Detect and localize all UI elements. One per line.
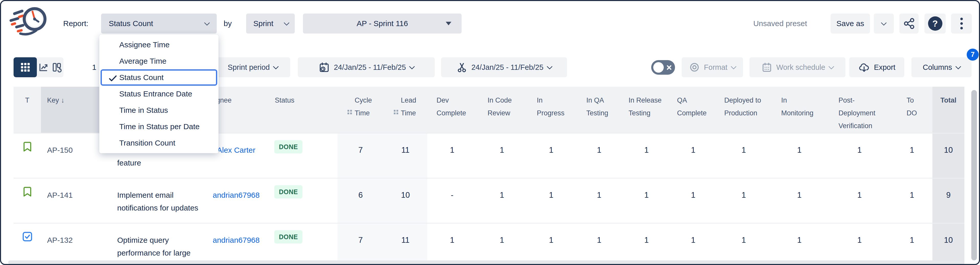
- export-cloud-download-icon: [858, 62, 870, 73]
- column-header-in-progress[interactable]: In Progress: [527, 87, 576, 133]
- group-by-select[interactable]: Sprint: [246, 14, 295, 33]
- total-value: 9: [932, 179, 964, 223]
- chevron-down-icon: [955, 64, 961, 70]
- table-view-button[interactable]: [14, 57, 37, 77]
- drag-handle-icon: [393, 109, 399, 117]
- column-header-label: Lead Time: [401, 94, 418, 133]
- sprint-period-select[interactable]: Sprint period: [215, 57, 290, 77]
- work-schedule-label: Work schedule: [776, 63, 825, 71]
- column-header-qa-complete[interactable]: QA Complete: [670, 87, 716, 133]
- status-count-value-in-monitoring: 1: [771, 179, 827, 223]
- menu-item-transition-count[interactable]: Transition Count: [99, 135, 218, 151]
- save-options-button[interactable]: [874, 14, 894, 33]
- issue-summary[interactable]: Implement email notifications for update…: [113, 179, 201, 223]
- lead-time-value: 11: [383, 133, 427, 178]
- issue-assignee[interactable]: andrian67968: [201, 179, 271, 223]
- status-count-value-in-qa-testing: 1: [576, 179, 623, 223]
- columns-label: Columns: [923, 63, 952, 71]
- status-count-value-deployed-to-production: 1: [716, 179, 771, 223]
- toggle-knob-icon: [653, 62, 664, 73]
- sprint-select[interactable]: AP - Sprint 116: [303, 14, 461, 33]
- share-button[interactable]: [899, 14, 919, 33]
- column-header-lead-time[interactable]: Lead Time: [383, 87, 427, 133]
- task-checkbox-icon: [21, 231, 33, 243]
- column-header-label: Cycle Time: [355, 94, 374, 133]
- column-header-in-code-review[interactable]: In Code Review: [477, 87, 527, 133]
- format-label: Format: [704, 63, 727, 71]
- save-as-button[interactable]: Save as: [830, 14, 870, 33]
- status-count-value-qa-complete: 1: [670, 179, 716, 223]
- status-count-value-in-release-testing: 1: [623, 133, 670, 178]
- calendar-icon: [762, 62, 772, 73]
- format-button[interactable]: Format: [682, 57, 743, 77]
- status-count-value-deployed-to-production: 1: [716, 224, 771, 265]
- column-header-to-do[interactable]: To DO: [891, 87, 932, 133]
- status-count-value-in-code-review: 1: [477, 133, 527, 178]
- app-window: Report: Status Count by Sprint AP - Spri…: [0, 0, 980, 265]
- report-type-value: Status Count: [101, 19, 153, 28]
- sprint-value: AP - Sprint 116: [357, 19, 408, 28]
- column-header-label: Post-Deployment Verification: [838, 94, 880, 133]
- status-count-value-dev-complete: 1: [427, 224, 477, 265]
- chevron-down-icon: [284, 20, 290, 26]
- compare-toggle[interactable]: [651, 60, 675, 75]
- column-header-label: Key: [47, 97, 59, 104]
- status-count-value-post-deployment-verification: 1: [827, 133, 891, 178]
- column-header-post-deployment-verification[interactable]: Post-Deployment Verification: [827, 87, 891, 133]
- work-schedule-button[interactable]: Work schedule: [749, 57, 845, 77]
- report-type-select[interactable]: Status Count: [101, 14, 217, 33]
- status-count-value-post-deployment-verification: 1: [827, 179, 891, 223]
- dropdown-triangle-icon: [446, 22, 451, 25]
- trim-range-button[interactable]: 24/Jan/25 - 11/Feb/25: [441, 57, 567, 77]
- assignee-link[interactable]: andrian67968: [213, 189, 260, 202]
- pivot-view-button[interactable]: [50, 57, 64, 77]
- column-header-dev-complete[interactable]: Dev Complete: [427, 87, 477, 133]
- column-header-status[interactable]: Status: [271, 87, 337, 133]
- assignee-link[interactable]: andrian67968: [213, 234, 260, 247]
- assignee-link[interactable]: Alex Carter: [217, 144, 255, 157]
- vertical-ellipsis-icon: [960, 17, 963, 30]
- status-count-value-to-do: 1: [891, 179, 932, 223]
- table-row-ap-141: AP-141Implement email notifications for …: [14, 178, 964, 223]
- more-options-button[interactable]: [951, 14, 972, 33]
- report-type-menu: Assignee TimeAverage TimeStatus CountSta…: [99, 35, 218, 153]
- column-header-label: In QA Testing: [587, 94, 612, 133]
- cycle-time-value: 7: [337, 224, 383, 265]
- column-header-label: In Progress: [537, 94, 565, 133]
- menu-item-status-count[interactable]: Status Count: [100, 69, 217, 86]
- date-range-value: 24/Jan/25 - 11/Feb/25: [334, 63, 406, 71]
- column-header-cycle-time[interactable]: Cycle Time: [337, 87, 383, 133]
- help-button[interactable]: ?: [924, 14, 946, 33]
- column-header-in-release-testing[interactable]: In Release Testing: [623, 87, 670, 133]
- issue-summary[interactable]: Optimize query performance for large dat…: [113, 224, 201, 265]
- issue-type-icon: [14, 179, 41, 223]
- issue-key[interactable]: AP-141: [41, 179, 113, 223]
- horizontal-scrollbar[interactable]: [8, 260, 963, 265]
- issue-assignee[interactable]: andrian67968: [201, 224, 271, 265]
- menu-item-time-in-status-per-date[interactable]: Time in Status per Date: [99, 118, 218, 135]
- menu-item-average-time[interactable]: Average Time: [99, 53, 218, 69]
- menu-item-status-entrance-date[interactable]: Status Entrance Date: [99, 86, 218, 102]
- columns-button[interactable]: Columns: [912, 57, 972, 77]
- issue-key[interactable]: AP-132: [41, 224, 113, 265]
- format-target-icon: [689, 62, 700, 73]
- export-button[interactable]: Export: [849, 57, 904, 77]
- status-count-value-in-monitoring: 1: [771, 133, 827, 178]
- column-header-deployed-to-production[interactable]: Deployed to Production: [716, 87, 771, 133]
- menu-item-label: Assignee Time: [119, 40, 170, 49]
- issue-status: DONE: [271, 224, 337, 265]
- chevron-down-icon: [204, 20, 210, 26]
- vertical-scrollbar[interactable]: [971, 90, 977, 260]
- export-label: Export: [874, 63, 896, 71]
- column-header-total[interactable]: Total: [932, 87, 964, 133]
- menu-item-time-in-status[interactable]: Time in Status: [99, 102, 218, 118]
- column-header-in-qa-testing[interactable]: In QA Testing: [576, 87, 623, 133]
- column-header-label: QA Complete: [677, 94, 709, 133]
- chart-view-button[interactable]: [37, 57, 50, 77]
- column-header-in-monitoring[interactable]: In Monitoring: [771, 87, 827, 133]
- column-header-t[interactable]: T: [14, 87, 41, 133]
- menu-item-assignee-time[interactable]: Assignee Time: [99, 36, 218, 53]
- date-range-button[interactable]: 24/Jan/25 - 11/Feb/25: [298, 57, 435, 77]
- lead-time-value: 11: [383, 224, 427, 265]
- status-count-value-in-progress: 1: [527, 133, 576, 178]
